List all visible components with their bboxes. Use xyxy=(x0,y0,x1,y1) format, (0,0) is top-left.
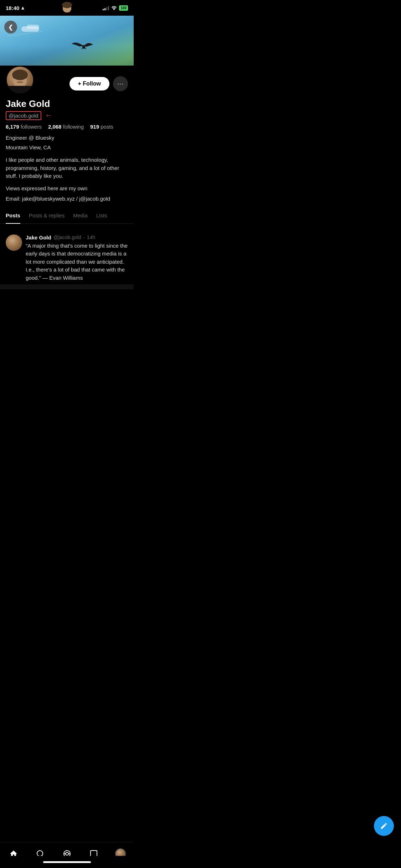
avatar xyxy=(6,66,34,94)
post-separator: · xyxy=(83,234,85,240)
bio-description: I like people and other animals, technol… xyxy=(6,156,128,180)
more-options-button[interactable]: ··· xyxy=(113,76,128,91)
posts-label: posts xyxy=(101,124,113,130)
follow-button[interactable]: + Follow xyxy=(70,77,109,91)
post-avatar-image xyxy=(6,234,22,251)
followers-label: followers xyxy=(21,124,42,130)
profile-section: + Follow ··· Jake Gold @jacob.gold ← 6,1… xyxy=(0,66,134,229)
bio-location: Mountain View, CA xyxy=(6,144,128,151)
signal-icon xyxy=(103,6,109,10)
posts-count: 919 xyxy=(90,124,99,130)
tab-posts-replies[interactable]: Posts & replies xyxy=(29,207,65,223)
post-handle: @jacob.gold xyxy=(53,234,81,240)
location-arrow-icon xyxy=(21,6,25,10)
profile-tabs: Posts Posts & replies Media Lists xyxy=(0,207,134,224)
cloud-decoration-2 xyxy=(27,25,39,29)
posts-feed: Jake Gold @jacob.gold · 14h "A major thi… xyxy=(0,229,134,288)
followers-count: 6,179 xyxy=(6,124,19,130)
post-time: 14h xyxy=(87,234,95,240)
svg-point-1 xyxy=(84,45,87,46)
bio-views: Views expressed here are my own xyxy=(6,185,128,191)
stats-row: 6,179 followers 2,068 following 919 post… xyxy=(6,124,128,130)
back-arrow-icon: ❮ xyxy=(8,24,13,31)
tab-posts[interactable]: Posts xyxy=(6,207,20,223)
location-text: Mountain View, CA xyxy=(6,144,51,150)
following-count: 2,068 xyxy=(48,124,62,130)
following-label: following xyxy=(63,124,84,130)
status-bar: 18:40 100 xyxy=(0,0,134,14)
tab-lists[interactable]: Lists xyxy=(96,207,107,223)
post-content: Jake Gold @jacob.gold · 14h "A major thi… xyxy=(26,234,128,282)
profile-name: Jake Gold xyxy=(6,98,128,109)
followers-stat[interactable]: 6,179 followers xyxy=(6,124,42,130)
arrow-indicator: ← xyxy=(45,111,53,120)
battery-badge: 100 xyxy=(119,5,128,11)
table-row: Jake Gold @jacob.gold · 14h "A major thi… xyxy=(0,229,134,288)
status-time: 18:40 xyxy=(6,5,25,11)
wifi-icon xyxy=(111,6,117,10)
bio-employer: Engineer @ Bluesky xyxy=(6,134,128,141)
follow-label: + Follow xyxy=(78,81,101,87)
post-header: Jake Gold @jacob.gold · 14h xyxy=(26,234,128,241)
profile-handle: @jacob.gold xyxy=(6,111,41,120)
more-icon: ··· xyxy=(117,80,124,88)
bird-svg xyxy=(70,35,98,57)
post-avatar xyxy=(6,234,22,251)
post-author: Jake Gold xyxy=(26,234,51,241)
avatar-row: + Follow ··· xyxy=(6,66,128,94)
post-text: "A major thing that's come to light sinc… xyxy=(26,242,128,282)
posts-stat[interactable]: 919 posts xyxy=(90,124,113,130)
time-display: 18:40 xyxy=(6,5,19,11)
avatar-image xyxy=(7,67,33,93)
back-button[interactable]: ❮ xyxy=(4,21,17,33)
tab-media[interactable]: Media xyxy=(73,207,88,223)
profile-handle-row: @jacob.gold ← xyxy=(6,111,128,120)
following-stat[interactable]: 2,068 following xyxy=(48,124,84,130)
bio-email: Email: jake@blueskyweb.xyz / j@jacob.gol… xyxy=(6,196,128,202)
action-buttons: + Follow ··· xyxy=(70,76,128,94)
status-right: 100 xyxy=(103,5,128,11)
